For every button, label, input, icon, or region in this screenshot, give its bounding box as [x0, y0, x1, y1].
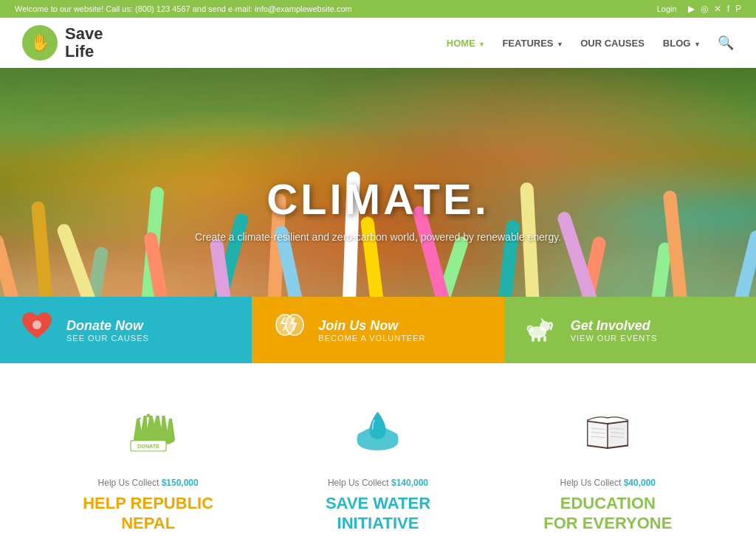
hero-content: CLIMATE. Create a climate-resilient and …: [195, 174, 561, 243]
svg-point-8: [527, 326, 533, 331]
join-icon: [270, 310, 307, 350]
svg-rect-5: [532, 336, 535, 342]
svg-point-12: [138, 418, 140, 420]
twitter-icon[interactable]: ✕: [714, 4, 721, 14]
youtube-icon[interactable]: ▶: [688, 4, 695, 14]
logo-life: Life: [65, 43, 103, 61]
cause-icon-water: [275, 400, 481, 467]
svg-point-13: [156, 418, 158, 420]
header: ✋ Save Life HOME ▾ FEATURES ▾ OUR CAUSES…: [0, 18, 756, 68]
nav-home[interactable]: HOME ▾: [447, 38, 484, 49]
cause-nepal-collect: Help Us Collect $150,000: [45, 478, 252, 488]
cause-icon-book: [504, 400, 711, 467]
causes-section: DONATE Help Us Collect $150,000 HELP REP…: [0, 363, 756, 550]
svg-point-11: [146, 414, 150, 418]
cause-education: Help Us Collect $40,000 EDUCATIONFOR EVE…: [504, 400, 711, 533]
logo[interactable]: ✋ Save Life: [22, 25, 103, 61]
nav-features[interactable]: FEATURES ▾: [502, 38, 562, 49]
logo-icon: ✋: [22, 25, 58, 61]
cause-water: Help Us Collect $140,000 SAVE WATERINITI…: [275, 400, 481, 533]
svg-rect-6: [537, 336, 540, 342]
social-icons: ▶ ◎ ✕ f P: [688, 4, 741, 14]
join-sub-label: Become a volunteer: [318, 334, 425, 343]
top-bar-message: Welcome to our website! Call us: (800) 1…: [15, 4, 352, 13]
logo-text: Save Life: [65, 25, 103, 61]
hero-title: CLIMATE.: [195, 174, 561, 224]
svg-rect-7: [543, 336, 546, 342]
svg-point-0: [32, 320, 41, 329]
cause-education-collect: Help Us Collect $40,000: [504, 478, 711, 488]
join-button[interactable]: Join us now Become a volunteer: [252, 297, 504, 363]
nav-causes[interactable]: OUR CAUSES: [580, 38, 645, 49]
login-link[interactable]: Login: [657, 4, 677, 13]
cause-water-title: SAVE WATERINITIATIVE: [275, 494, 481, 533]
donate-main-label: Donate Now: [66, 318, 149, 334]
involved-button[interactable]: Get Involved View our events: [504, 297, 756, 363]
cause-nepal: DONATE Help Us Collect $150,000 HELP REP…: [45, 400, 252, 533]
pinterest-icon[interactable]: P: [735, 4, 741, 14]
cause-water-collect: Help Us Collect $140,000: [275, 478, 481, 488]
donate-text: Donate Now See our causes: [66, 318, 149, 343]
involved-main-label: Get Involved: [571, 318, 658, 334]
donate-sub-label: See our causes: [66, 334, 149, 343]
donate-icon: [18, 310, 55, 350]
involved-icon: [523, 310, 560, 350]
search-icon[interactable]: 🔍: [718, 35, 734, 51]
logo-save: Save: [65, 25, 103, 43]
involved-text: Get Involved View our events: [571, 318, 658, 343]
facebook-icon[interactable]: f: [727, 4, 729, 14]
main-nav: HOME ▾ FEATURES ▾ OUR CAUSES BLOG ▾ 🔍: [447, 35, 734, 51]
join-main-label: Join us now: [318, 318, 425, 334]
involved-sub-label: View our events: [571, 334, 658, 343]
hero-subtitle: Create a climate-resilient and zero-carb…: [195, 231, 561, 243]
cause-nepal-title: HELP REPUBLICNEPAL: [45, 494, 252, 533]
svg-point-4: [540, 321, 550, 331]
nav-blog[interactable]: BLOG ▾: [663, 38, 699, 49]
cause-education-title: EDUCATIONFOR EVERYONE: [504, 494, 711, 533]
top-bar: Welcome to our website! Call us: (800) 1…: [0, 0, 756, 18]
instagram-icon[interactable]: ◎: [701, 4, 708, 14]
causes-grid: DONATE Help Us Collect $150,000 HELP REP…: [44, 400, 712, 533]
svg-text:DONATE: DONATE: [137, 443, 159, 450]
join-text: Join us now Become a volunteer: [318, 318, 425, 343]
hero-section: CLIMATE. Create a climate-resilient and …: [0, 68, 756, 363]
cause-icon-donate: DONATE: [45, 400, 252, 467]
action-buttons: Donate Now See our causes Join us now Be…: [0, 297, 756, 363]
donate-button[interactable]: Donate Now See our causes: [0, 297, 252, 363]
